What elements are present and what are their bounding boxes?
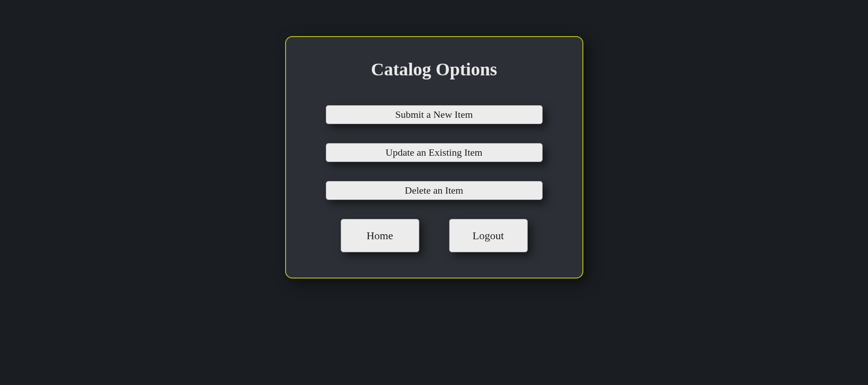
catalog-options-panel: Catalog Options Submit a New Item Update… (285, 36, 583, 278)
delete-item-button[interactable]: Delete an Item (326, 181, 543, 200)
submit-new-item-button[interactable]: Submit a New Item (326, 105, 543, 124)
home-button[interactable]: Home (341, 219, 419, 252)
update-existing-item-button[interactable]: Update an Existing Item (326, 143, 543, 162)
panel-title: Catalog Options (371, 59, 497, 80)
nav-row: Home Logout (341, 219, 528, 252)
logout-button[interactable]: Logout (449, 219, 528, 252)
actions-group: Submit a New Item Update an Existing Ite… (304, 105, 564, 200)
